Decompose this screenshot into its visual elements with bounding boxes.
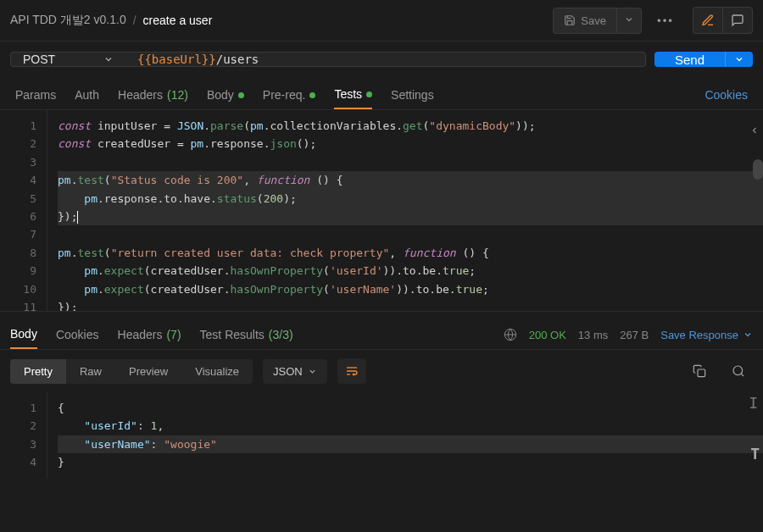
tab-params[interactable]: Params [15,81,56,108]
copy-button[interactable] [685,358,714,384]
save-response-button[interactable]: Save Response [660,329,753,341]
response-code[interactable]: { "userId": 1, "userName": "woogie" } I … [47,392,763,479]
response-time[interactable]: 13 ms [578,329,608,341]
view-mode-segment: Pretty Raw Preview Visualize [10,359,253,384]
tab-body[interactable]: Body [207,81,244,108]
url-variable: {{baseUrl}} [137,53,216,66]
search-icon [732,364,745,378]
cookies-link[interactable]: Cookies [705,81,748,108]
pencil-icon [701,14,715,27]
view-pretty[interactable]: Pretty [10,359,66,384]
tests-editor[interactable]: 1 2 3 4 5 6 7 8 9 10 11 const inputUser … [0,110,763,312]
response-body-editor[interactable]: 1 2 3 4 { "userId": 1, "userName": "woog… [0,392,763,479]
breadcrumb-sep: / [133,14,136,27]
dot-indicator [238,92,244,98]
view-visualize[interactable]: Visualize [181,359,253,384]
status-code[interactable]: 200 OK [529,329,566,341]
collapse-sidebar-button[interactable] [749,125,760,136]
search-button[interactable] [724,358,753,384]
editor-code[interactable]: const inputUser = JSON.parse(pm.collecti… [47,110,763,311]
tab-auth[interactable]: Auth [75,81,99,108]
svg-point-5 [733,366,743,375]
chevron-down-icon [103,54,114,64]
text-cursor [77,211,78,224]
topbar: API TDD 개발2 v0.1.0 / create a user Save … [0,0,763,42]
save-button[interactable]: Save [553,8,617,34]
response-tabs: Body Cookies Headers (7) Test Results (3… [0,312,763,350]
cursor-indicator: I [749,394,758,412]
wrap-icon [345,364,359,378]
send-label: Send [675,53,705,67]
breadcrumb-workspace[interactable]: API TDD 개발2 v0.1.0 [10,13,126,28]
save-label: Save [581,14,606,27]
chevron-down-icon [624,14,634,25]
chevron-down-icon [743,330,753,340]
method-value: POST [23,53,55,66]
copy-icon [693,364,706,378]
scrollbar-thumb[interactable] [753,159,763,180]
tab-response-cookies[interactable]: Cookies [56,321,99,348]
svg-rect-4 [698,369,705,377]
request-row: POST {{baseUrl}}/users Send [0,42,763,77]
wrap-lines-button[interactable] [337,358,366,384]
body-type-select[interactable]: JSON [263,359,327,384]
save-icon [564,14,576,26]
send-button[interactable]: Send [654,52,725,67]
dot-indicator [366,91,372,97]
edit-button[interactable] [693,7,722,34]
response-size[interactable]: 267 B [620,329,649,341]
chevron-down-icon [308,367,317,376]
send-dropdown[interactable] [725,52,753,67]
save-dropdown[interactable] [617,8,642,34]
tab-headers[interactable]: Headers (12) [118,81,188,108]
svg-line-6 [741,374,744,376]
chevron-down-icon [734,54,744,64]
comment-button[interactable] [722,7,753,34]
cursor-indicator: T [750,445,760,463]
breadcrumb-current[interactable]: create a user [143,14,213,27]
tab-response-body[interactable]: Body [10,320,37,349]
response-toolbar: Pretty Raw Preview Visualize JSON [0,350,763,392]
more-button[interactable]: ••• [649,8,682,33]
request-tabs: Params Auth Headers (12) Body Pre-req. T… [0,77,763,110]
chevron-left-icon [749,125,760,136]
tab-test-results[interactable]: Test Results (3/3) [200,321,293,348]
tab-prereq[interactable]: Pre-req. [263,81,316,108]
url-input[interactable]: {{baseUrl}}/users [125,52,646,67]
globe-icon[interactable] [504,328,517,341]
editor-gutter: 1 2 3 4 5 6 7 8 9 10 11 [0,110,47,311]
dot-indicator [309,92,315,98]
response-gutter: 1 2 3 4 [0,392,47,479]
view-raw[interactable]: Raw [66,359,115,384]
response-meta: 200 OK 13 ms 267 B Save Response [504,328,753,341]
comment-icon [731,14,744,27]
tab-settings[interactable]: Settings [391,81,434,108]
url-path: /users [216,53,259,66]
method-select[interactable]: POST [10,52,125,67]
tab-tests[interactable]: Tests [334,80,372,109]
tab-response-headers[interactable]: Headers (7) [118,321,181,348]
view-preview[interactable]: Preview [115,359,181,384]
breadcrumb: API TDD 개발2 v0.1.0 / create a user [10,13,212,28]
